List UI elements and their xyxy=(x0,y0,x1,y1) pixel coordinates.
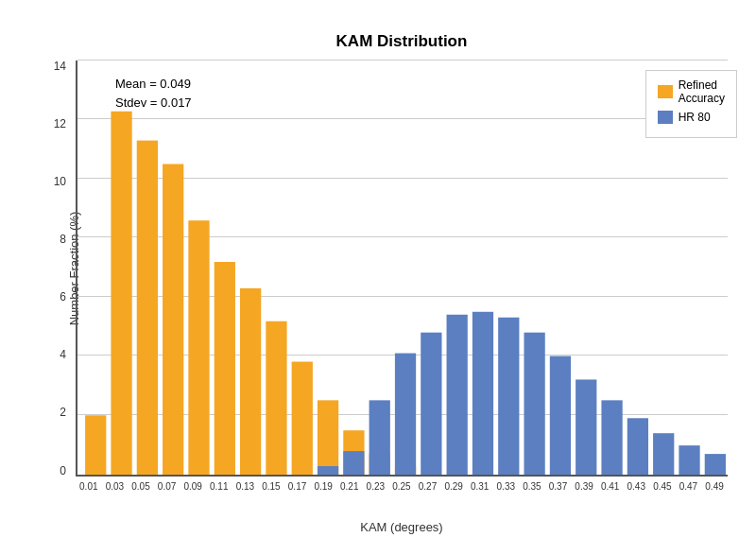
legend-color-refined xyxy=(658,85,673,98)
svg-rect-21 xyxy=(524,332,544,474)
svg-rect-25 xyxy=(627,418,648,475)
chart-container: KAM Distribution Number Fraction (%) 0 2… xyxy=(9,13,747,543)
svg-rect-0 xyxy=(85,415,106,475)
svg-rect-23 xyxy=(576,379,596,475)
svg-rect-8 xyxy=(292,361,313,474)
svg-rect-4 xyxy=(188,220,209,475)
y-tick-labels: 0 2 4 6 8 10 12 14 xyxy=(28,61,66,477)
svg-rect-20 xyxy=(498,317,519,474)
svg-rect-6 xyxy=(240,287,261,474)
svg-rect-9 xyxy=(318,400,338,475)
legend-label-refined: RefinedAccuracy xyxy=(679,78,725,105)
svg-rect-3 xyxy=(163,164,183,475)
stdev-text: Stdev = 0.017 xyxy=(115,94,192,113)
histogram-svg xyxy=(77,61,728,475)
x-tick-labels: 0.01 0.03 0.05 0.07 0.09 0.11 0.13 0.15 … xyxy=(76,481,728,492)
svg-rect-14 xyxy=(343,451,364,475)
legend-item-hr80: HR 80 xyxy=(658,111,725,124)
mean-text: Mean = 0.049 xyxy=(115,75,192,95)
x-axis-label: KAM (degrees) xyxy=(76,520,728,534)
svg-rect-13 xyxy=(318,466,338,475)
svg-rect-7 xyxy=(266,321,286,474)
svg-rect-5 xyxy=(215,262,235,475)
svg-rect-26 xyxy=(653,433,674,475)
svg-rect-18 xyxy=(447,314,468,474)
legend-label-hr80: HR 80 xyxy=(679,111,711,124)
svg-rect-24 xyxy=(601,400,622,475)
chart-area: Mean = 0.049 Stdev = 0.017 RefinedAccura… xyxy=(76,61,728,477)
svg-rect-17 xyxy=(421,332,441,474)
svg-rect-19 xyxy=(472,311,493,474)
stats-text: Mean = 0.049 Stdev = 0.017 xyxy=(115,75,192,114)
svg-rect-16 xyxy=(395,353,416,474)
svg-rect-2 xyxy=(137,140,158,474)
svg-rect-22 xyxy=(550,356,571,474)
svg-rect-15 xyxy=(369,400,390,475)
svg-rect-28 xyxy=(705,454,726,475)
svg-rect-27 xyxy=(679,445,699,475)
svg-rect-1 xyxy=(111,111,131,474)
legend: RefinedAccuracy HR 80 xyxy=(645,70,737,138)
legend-item-refined: RefinedAccuracy xyxy=(658,78,725,105)
chart-title: KAM Distribution xyxy=(76,32,728,51)
legend-color-hr80 xyxy=(658,111,673,124)
